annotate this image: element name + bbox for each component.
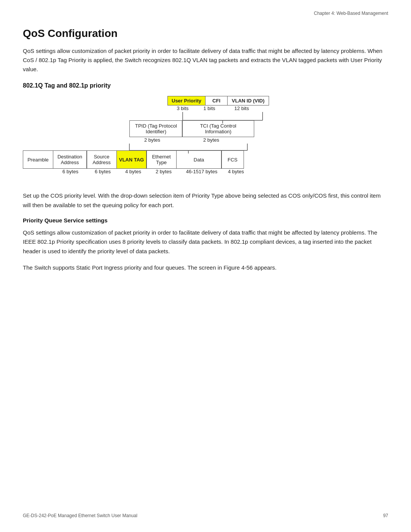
cfi-cell: CFI: [205, 96, 228, 105]
bracket-top: [167, 112, 263, 120]
bits-row-top: 3 bits 1 bits 12 bits: [167, 105, 263, 111]
bits-3: 3 bits: [167, 105, 198, 111]
fcs-bytes: 4 bytes: [225, 169, 247, 174]
fcs-cell: FCS: [221, 150, 244, 169]
src-bytes: 6 bytes: [88, 169, 118, 174]
footer-left: GE-DS-242-PoE Managed Ethernet Switch Us…: [23, 513, 137, 518]
footer-right: 97: [383, 513, 388, 518]
qos-paragraph: QoS settings allow customization of pack…: [23, 228, 388, 256]
data-bytes: 46-1517 bytes: [179, 169, 225, 174]
dest-bytes: 6 bytes: [53, 169, 88, 174]
switch-paragraph: The Switch supports Static Port Ingress …: [23, 263, 388, 273]
cos-paragraph: Set up the COS priority level. With the …: [23, 191, 388, 210]
chapter-header: Chapter 4: Web-Based Management: [314, 11, 388, 16]
frame-row: Preamble DestinationAddress SourceAddres…: [23, 150, 244, 169]
bits-1: 1 bits: [198, 105, 221, 111]
cfi-label: CFI: [212, 98, 220, 104]
preamble-bytes: [23, 169, 53, 174]
vlan-tag-cell: VLAN TAG: [116, 150, 147, 169]
vlan-id-cell: VLAN ID (VID): [227, 96, 269, 105]
intro-paragraph: QoS settings allow customization of pack…: [23, 46, 388, 74]
tag-top-row: User Priority CFI VLAN ID (VID): [167, 96, 269, 105]
tpid-label: TPID (Tag ProtocolIdentifier): [135, 123, 177, 134]
vlan-tag-label: VLAN TAG: [119, 157, 144, 163]
bits-12: 12 bits: [221, 105, 263, 111]
tci-label: TCI (Tag ControlInformation): [200, 123, 236, 134]
preamble-label: Preamble: [25, 157, 51, 163]
fcs-label: FCS: [224, 157, 241, 163]
eth-type-cell: EthernetType: [146, 150, 177, 169]
bytes-row-main: 6 bytes 6 bytes 4 bytes 2 bytes 46-1517 …: [23, 169, 247, 174]
section1-heading: 802.1Q Tag and 802.1p priority: [23, 82, 388, 89]
preamble-cell: Preamble: [23, 150, 53, 169]
tpid-tci-row: TPID (Tag ProtocolIdentifier) TCI (Tag C…: [129, 120, 254, 137]
bytes-2a: 2 bytes: [129, 137, 175, 143]
bracket-mid: [129, 144, 248, 150]
page-title: QoS Configuration: [23, 27, 388, 40]
header-text: Chapter 4: Web-Based Management: [314, 11, 388, 16]
dest-address-label: DestinationAddress: [56, 154, 84, 165]
tpid-cell: TPID (Tag ProtocolIdentifier): [129, 120, 183, 137]
bytes-row-mid: 2 bytes 2 bytes: [129, 137, 247, 143]
data-cell: Data: [176, 150, 222, 169]
bytes-2b: 2 bytes: [175, 137, 247, 143]
data-label: Data: [179, 157, 219, 163]
vlan-id-label: VLAN ID (VID): [232, 98, 264, 104]
src-address-label: SourceAddress: [89, 154, 114, 165]
vlan-tag-diagram: User Priority CFI VLAN ID (VID) 3 bits 1…: [23, 96, 388, 181]
user-priority-cell: User Priority: [167, 96, 206, 105]
eth-bytes: 2 bytes: [148, 169, 179, 174]
section2-heading: Priority Queue Service settings: [23, 217, 388, 224]
user-priority-label: User Priority: [172, 98, 201, 104]
page-footer: GE-DS-242-PoE Managed Ethernet Switch Us…: [0, 513, 411, 518]
tci-cell: TCI (Tag ControlInformation): [182, 120, 254, 137]
vlan-bytes: 4 bytes: [118, 169, 148, 174]
dest-address-cell: DestinationAddress: [53, 150, 87, 169]
eth-type-label: EthernetType: [149, 154, 174, 165]
src-address-cell: SourceAddress: [86, 150, 117, 169]
